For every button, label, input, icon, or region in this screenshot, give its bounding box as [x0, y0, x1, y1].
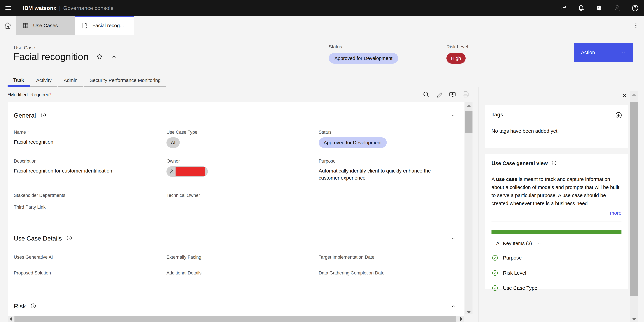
modified-label: Modified: [10, 92, 28, 97]
third-party-link-label: Third Party Link: [14, 204, 166, 210]
settings-gear-icon[interactable]: [590, 0, 608, 16]
field-name: Name * Facial recognition: [14, 129, 166, 148]
tab-activity[interactable]: Activity: [30, 75, 57, 87]
risk-level-badge: High: [446, 53, 466, 64]
action-button[interactable]: Action: [574, 43, 633, 62]
field-stakeholder-departments: Stakeholder Departments: [14, 193, 166, 198]
header-risk-block: Risk Level High: [446, 44, 468, 64]
check-circle-icon: [492, 285, 498, 292]
vertical-scroll-thumb[interactable]: [630, 102, 638, 296]
description-value: Facial recognition for customer identifi…: [14, 167, 132, 174]
status-badge: Approved for Development: [329, 53, 398, 64]
scroll-down-arrow[interactable]: [632, 318, 636, 320]
search-icon[interactable]: [421, 89, 432, 100]
name-required-asterisk: *: [27, 130, 29, 135]
key-item-label: Use Case Type: [503, 285, 538, 291]
table-icon: [22, 22, 29, 29]
owner-label: Owner: [166, 158, 319, 164]
info-icon[interactable]: [551, 160, 557, 166]
technical-owner-label: Technical Owner: [166, 193, 319, 198]
content-horizontal-scrollbar[interactable]: [8, 316, 464, 322]
scroll-right-arrow[interactable]: [460, 317, 463, 321]
modified-asterisk: *: [8, 92, 10, 97]
home-icon[interactable]: [0, 16, 16, 35]
page-eyebrow: Use Case: [14, 45, 35, 50]
workspace-tab-strip: Use Cases Facial recog...: [0, 16, 644, 35]
right-sidebar: Tags No tags have been added yet. Use Ca…: [478, 87, 644, 322]
field-use-case-type: Use Case Type AI: [166, 129, 319, 148]
brand-divider: |: [59, 5, 61, 11]
tab-use-cases[interactable]: Use Cases: [16, 16, 75, 35]
add-comment-icon[interactable]: [447, 89, 458, 100]
section-general: General Name * Facial recognition Use Ca…: [8, 102, 464, 224]
favorite-star-icon[interactable]: [96, 53, 104, 60]
name-value: Facial recognition: [14, 138, 132, 145]
field-description: Description Facial recognition for custo…: [14, 158, 166, 181]
proposed-solution-label: Proposed Solution: [14, 270, 166, 276]
additional-details-label: Additional Details: [166, 270, 319, 276]
scroll-up-arrow[interactable]: [466, 104, 471, 107]
owner-tag: [166, 166, 208, 177]
content-vertical-scrollbar[interactable]: [465, 102, 472, 315]
tab-security-performance-monitoring[interactable]: Security Performance Monitoring: [84, 75, 166, 87]
tags-panel: Tags No tags have been added yet.: [485, 105, 628, 148]
owner-name-redaction: [176, 167, 205, 176]
hamburger-menu-icon[interactable]: [0, 0, 16, 16]
tab-use-cases-label: Use Cases: [33, 23, 58, 28]
scroll-left-arrow[interactable]: [10, 317, 12, 321]
collapse-header-chevron-icon[interactable]: [111, 54, 117, 59]
header-actions: [554, 0, 644, 16]
use-case-general-view-panel: Use Case general view A use case is mean…: [485, 154, 628, 289]
info-icon[interactable]: [40, 112, 46, 118]
page-header: Use Case Facial recognition Status Appro…: [0, 35, 644, 75]
brand-product: watsonx: [35, 5, 56, 11]
status-label: Status: [329, 44, 398, 49]
field-additional-details: Additional Details: [166, 270, 319, 276]
notifications-icon[interactable]: [572, 0, 590, 16]
field-uses-generative-ai: Uses Generative AI: [14, 254, 166, 260]
brand-console: Governance console: [63, 5, 114, 11]
more-link[interactable]: more: [610, 210, 622, 216]
wayfinder-icon[interactable]: [554, 0, 572, 16]
vertical-scroll-thumb[interactable]: [465, 111, 472, 133]
tab-facial-recog[interactable]: Facial recog...: [75, 16, 134, 35]
close-icon[interactable]: [619, 90, 630, 101]
required-asterisk: *: [50, 92, 51, 97]
tags-title: Tags: [492, 112, 503, 118]
profile-icon[interactable]: [608, 0, 626, 16]
scroll-down-arrow[interactable]: [466, 311, 471, 314]
info-icon[interactable]: [66, 235, 72, 241]
edit-pencil-icon[interactable]: [434, 89, 444, 100]
brand-ibm: IBM: [23, 5, 33, 11]
horizontal-scroll-thumb[interactable]: [14, 316, 456, 322]
section-risk: Risk: [8, 293, 464, 311]
key-item-label: Risk Level: [503, 270, 526, 276]
collapse-general-chevron-icon[interactable]: [451, 113, 456, 118]
description-prefix: A: [492, 176, 496, 182]
risk-level-label: Risk Level: [446, 44, 468, 49]
general-view-title: Use Case general view: [492, 160, 548, 166]
collapse-risk-chevron-icon[interactable]: [451, 304, 456, 309]
add-tag-icon[interactable]: [614, 110, 624, 120]
collapse-use-case-details-chevron-icon[interactable]: [451, 236, 456, 241]
chevron-down-icon: [621, 49, 626, 55]
sidebar-vertical-scrollbar[interactable]: [630, 91, 638, 322]
key-items-filter-dropdown[interactable]: All Key Items (3): [496, 241, 622, 246]
scroll-up-arrow[interactable]: [632, 93, 636, 96]
field-data-gathering-completion-date: Data Gathering Completion Date: [319, 270, 458, 276]
key-item-use-case-type: Use Case Type: [492, 285, 622, 292]
key-item-risk-level: Risk Level: [492, 270, 622, 277]
print-icon[interactable]: [460, 89, 471, 100]
tab-admin[interactable]: Admin: [58, 75, 83, 87]
tab-overflow-menu-icon[interactable]: [628, 16, 644, 35]
help-icon[interactable]: [626, 0, 644, 16]
detail-tabs: Task Activity Admin Security Performance…: [8, 75, 166, 87]
app-title: IBMwatsonx|Governance console: [23, 5, 114, 11]
use-case-form-card: General Name * Facial recognition Use Ca…: [8, 102, 464, 316]
info-icon[interactable]: [30, 303, 36, 309]
user-avatar-icon: [168, 168, 175, 175]
externally-facing-label: Externally Facing: [166, 254, 319, 260]
form-toolbar: [421, 89, 471, 100]
purpose-label: Purpose: [319, 158, 458, 164]
tab-task[interactable]: Task: [8, 75, 30, 87]
